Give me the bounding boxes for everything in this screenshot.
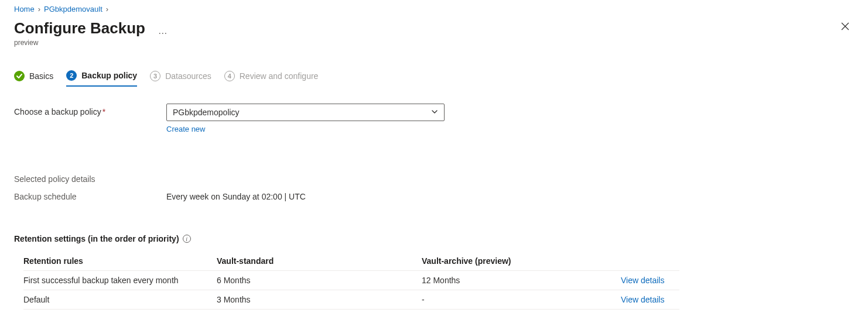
select-value: PGbkpdemopolicy xyxy=(173,108,240,117)
backup-schedule-row: Backup schedule Every week on Sunday at … xyxy=(14,192,854,201)
close-icon xyxy=(841,22,849,30)
field-backup-policy: Choose a backup policy* PGbkpdemopolicy … xyxy=(14,104,854,133)
form-area: Choose a backup policy* PGbkpdemopolicy … xyxy=(14,104,854,310)
step-number-icon: 3 xyxy=(150,71,160,81)
backup-schedule-value: Every week on Sunday at 02:00 | UTC xyxy=(166,192,306,201)
view-details-link[interactable]: View details xyxy=(621,276,664,285)
step-review[interactable]: 4 Review and configure xyxy=(224,71,319,86)
retention-heading: Retention settings (in the order of prio… xyxy=(14,234,854,243)
step-number-icon: 2 xyxy=(66,70,77,81)
step-label: Backup policy xyxy=(81,71,137,80)
breadcrumb-separator: › xyxy=(106,5,108,13)
breadcrumb: Home › PGbkpdemovault › xyxy=(14,5,854,13)
view-details-link[interactable]: View details xyxy=(621,295,664,304)
field-label: Choose a backup policy* xyxy=(14,104,155,116)
cell-archive: 12 Months xyxy=(422,276,621,285)
cell-archive: - xyxy=(422,295,621,304)
step-label: Datasources xyxy=(165,71,211,81)
wizard-steps: Basics 2 Backup policy 3 Datasources 4 R… xyxy=(14,70,854,87)
required-marker: * xyxy=(102,107,105,116)
cell-rule: First successful backup taken every mont… xyxy=(23,276,217,285)
cell-rule: Default xyxy=(23,295,217,304)
more-actions-button[interactable]: … xyxy=(158,26,168,36)
breadcrumb-separator: › xyxy=(38,5,40,13)
selected-policy-heading: Selected policy details xyxy=(14,174,854,184)
breadcrumb-home[interactable]: Home xyxy=(14,5,35,13)
step-label: Review and configure xyxy=(240,71,319,81)
backup-schedule-label: Backup schedule xyxy=(14,192,166,201)
check-icon xyxy=(14,71,25,81)
col-vault-standard: Vault-standard xyxy=(217,256,422,266)
table-header: Retention rules Vault-standard Vault-arc… xyxy=(23,252,679,271)
breadcrumb-vault[interactable]: PGbkpdemovault xyxy=(44,5,102,13)
table-row: Default 3 Months - View details xyxy=(23,290,679,310)
col-vault-archive: Vault-archive (preview) xyxy=(422,256,621,266)
cell-standard: 3 Months xyxy=(217,295,422,304)
preview-badge: preview xyxy=(14,39,168,47)
info-icon[interactable]: i xyxy=(183,235,191,243)
page-header: Configure Backup … preview xyxy=(14,19,854,47)
step-label: Basics xyxy=(29,71,53,81)
col-retention-rules: Retention rules xyxy=(23,256,217,266)
step-basics[interactable]: Basics xyxy=(14,71,53,86)
cell-standard: 6 Months xyxy=(217,276,422,285)
step-datasources[interactable]: 3 Datasources xyxy=(150,71,211,86)
retention-table: Retention rules Vault-standard Vault-arc… xyxy=(23,252,679,310)
step-number-icon: 4 xyxy=(224,71,235,81)
chevron-down-icon xyxy=(431,108,438,117)
backup-policy-select[interactable]: PGbkpdemopolicy xyxy=(166,104,445,121)
step-backup-policy[interactable]: 2 Backup policy xyxy=(66,70,137,87)
create-new-link[interactable]: Create new xyxy=(166,125,445,133)
close-button[interactable] xyxy=(836,19,854,35)
table-row: First successful backup taken every mont… xyxy=(23,271,679,290)
page-title: Configure Backup xyxy=(14,19,145,37)
